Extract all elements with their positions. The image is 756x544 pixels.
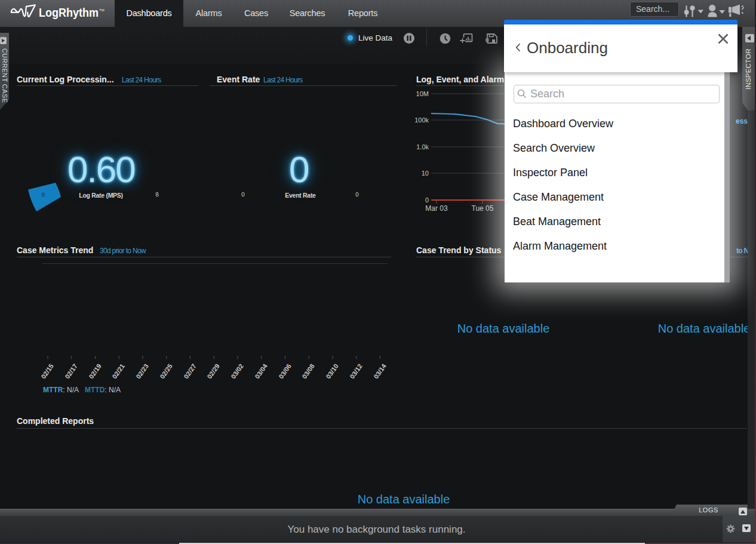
svg-text:1.0k: 1.0k bbox=[416, 143, 429, 150]
svg-text:Mar 03: Mar 03 bbox=[425, 204, 448, 213]
svg-text:100k: 100k bbox=[414, 116, 429, 124]
svg-text:10: 10 bbox=[422, 170, 429, 177]
svg-text:10M: 10M bbox=[416, 90, 429, 97]
svg-text:0: 0 bbox=[425, 196, 429, 204]
svg-text:Tue 05: Tue 05 bbox=[472, 204, 494, 213]
